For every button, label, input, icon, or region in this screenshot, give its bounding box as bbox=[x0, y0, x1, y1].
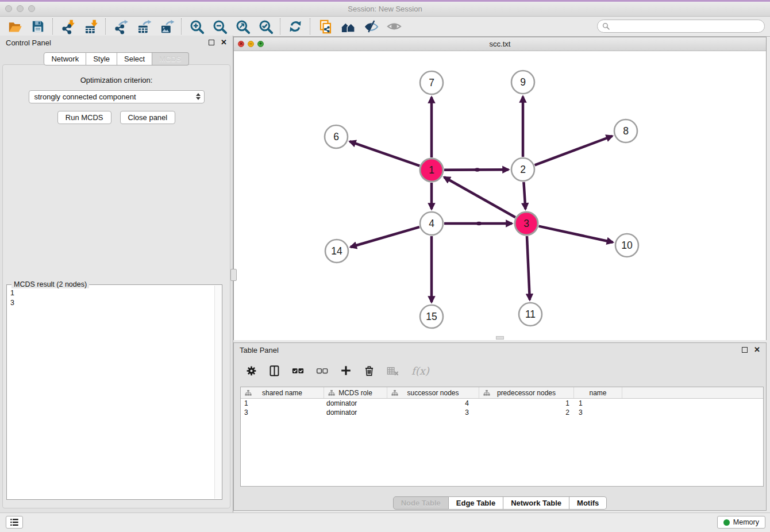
import-network-icon bbox=[60, 19, 76, 34]
graph-node-2[interactable]: 2 bbox=[511, 158, 534, 181]
column-header-name[interactable]: name bbox=[574, 387, 622, 398]
dropdown-stepper-icon bbox=[196, 93, 201, 100]
control-panel-tabs: NetworkStyleSelectMCDS bbox=[0, 52, 233, 65]
graph-node-15[interactable]: 15 bbox=[420, 305, 443, 328]
tab-mcds[interactable]: MCDS bbox=[152, 52, 188, 65]
tab-node-table[interactable]: Node Table bbox=[393, 496, 449, 510]
float-table-panel-icon[interactable] bbox=[742, 347, 748, 353]
graph-edge-2-8[interactable] bbox=[535, 136, 613, 165]
mcds-result-legend: MCDS result (2 nodes) bbox=[11, 280, 89, 288]
graph-edge-3-10[interactable] bbox=[538, 226, 613, 242]
toolbar-separator bbox=[310, 18, 311, 34]
trash-icon bbox=[363, 365, 375, 377]
deselect-all-button[interactable] bbox=[315, 364, 329, 377]
zoom-out-button[interactable] bbox=[208, 18, 231, 35]
refresh-view-button[interactable] bbox=[284, 18, 307, 35]
graph-node-4[interactable]: 4 bbox=[420, 212, 443, 235]
zoom-in-button[interactable] bbox=[185, 18, 208, 35]
tab-edge-table[interactable]: Edge Table bbox=[449, 496, 503, 510]
graph-node-3[interactable]: 3 bbox=[515, 212, 538, 235]
svg-text:1: 1 bbox=[429, 164, 434, 176]
table-settings-button[interactable] bbox=[245, 365, 257, 377]
network-graph[interactable]: 1234678910111415 bbox=[234, 51, 766, 340]
show-all-hidden-button[interactable] bbox=[383, 18, 406, 35]
graph-node-10[interactable]: 10 bbox=[615, 234, 638, 257]
panel-splitter-handle[interactable] bbox=[230, 269, 237, 281]
graph-node-11[interactable]: 11 bbox=[519, 303, 542, 326]
graph-node-14[interactable]: 14 bbox=[325, 240, 348, 263]
hide-selected-button[interactable] bbox=[360, 18, 383, 35]
function-builder-button[interactable]: f(x) bbox=[411, 365, 429, 377]
network-canvas[interactable]: 1234678910111415 bbox=[234, 51, 766, 340]
import-table-button[interactable] bbox=[79, 18, 102, 35]
browse-columns-button[interactable] bbox=[268, 365, 280, 377]
graph-node-7[interactable]: 7 bbox=[420, 71, 443, 94]
zoom-selected-button[interactable] bbox=[254, 18, 277, 35]
column-header-successor-nodes[interactable]: successor nodes bbox=[387, 387, 479, 398]
zoom-window-button[interactable] bbox=[28, 5, 35, 12]
create-network-from-selection-button[interactable] bbox=[314, 18, 337, 35]
column-header-label: successor nodes bbox=[407, 389, 459, 397]
close-window-button[interactable] bbox=[5, 5, 12, 12]
minimize-network-icon[interactable] bbox=[248, 41, 254, 47]
export-network-button[interactable] bbox=[109, 18, 132, 35]
fit-content-button[interactable] bbox=[231, 18, 254, 35]
graph-node-9[interactable]: 9 bbox=[511, 71, 534, 94]
table-row[interactable]: 3dominator323 bbox=[241, 408, 763, 417]
first-neighbors-button[interactable] bbox=[337, 18, 360, 35]
delete-columns-button[interactable] bbox=[363, 365, 375, 377]
tab-select[interactable]: Select bbox=[117, 52, 152, 65]
plus-icon bbox=[340, 364, 352, 377]
export-table-button[interactable] bbox=[132, 18, 155, 35]
tab-motifs[interactable]: Motifs bbox=[569, 496, 607, 510]
svg-text:4: 4 bbox=[429, 218, 434, 229]
fit-content-icon bbox=[235, 19, 251, 34]
import-network-button[interactable] bbox=[56, 18, 79, 35]
maximize-network-icon[interactable] bbox=[257, 41, 264, 47]
close-table-panel-icon[interactable] bbox=[754, 346, 760, 353]
column-header-label: shared name bbox=[262, 389, 302, 397]
graph-edge-4-14[interactable] bbox=[351, 227, 419, 247]
column-header-label: predecessor nodes bbox=[497, 389, 556, 397]
graph-node-1[interactable]: 1 bbox=[420, 159, 443, 182]
select-all-button[interactable] bbox=[291, 364, 305, 377]
node-table[interactable]: shared nameMCDS rolesuccessor nodesprede… bbox=[240, 387, 764, 487]
graph-edge-1-6[interactable] bbox=[350, 141, 420, 165]
column-header-predecessor-nodes[interactable]: predecessor nodes bbox=[479, 387, 574, 398]
table-panel-header: Table Panel bbox=[234, 343, 766, 357]
search-input[interactable] bbox=[613, 22, 764, 31]
criterion-dropdown[interactable]: strongly connected component bbox=[29, 90, 205, 103]
close-panel-icon[interactable] bbox=[221, 39, 227, 45]
graph-edge-3-1[interactable] bbox=[444, 177, 515, 217]
close-network-icon[interactable] bbox=[238, 41, 244, 47]
tab-style[interactable]: Style bbox=[86, 52, 117, 65]
column-header-label: name bbox=[589, 389, 606, 397]
save-session-button[interactable] bbox=[26, 18, 49, 35]
app-traffic-lights[interactable] bbox=[5, 5, 35, 12]
memory-button[interactable]: Memory bbox=[717, 516, 765, 529]
column-header-MCDS-role[interactable]: MCDS role bbox=[324, 387, 387, 398]
tab-network[interactable]: Network bbox=[44, 52, 86, 65]
float-panel-icon[interactable] bbox=[209, 40, 214, 45]
attribute-type-icon bbox=[483, 390, 490, 396]
open-session-button[interactable] bbox=[3, 18, 26, 35]
search-box[interactable] bbox=[597, 20, 765, 33]
export-image-button[interactable] bbox=[155, 18, 178, 35]
graph-node-6[interactable]: 6 bbox=[325, 125, 348, 148]
table-row[interactable]: 1dominator411 bbox=[241, 399, 763, 408]
add-column-button[interactable] bbox=[340, 364, 352, 377]
minimize-window-button[interactable] bbox=[17, 5, 24, 12]
task-history-button[interactable] bbox=[6, 516, 23, 529]
graph-node-8[interactable]: 8 bbox=[614, 119, 637, 142]
close-panel-button[interactable]: Close panel bbox=[120, 111, 176, 124]
tab-network-table[interactable]: Network Table bbox=[503, 496, 569, 510]
network-window-traffic-lights[interactable] bbox=[238, 41, 264, 47]
graph-edge-2-3[interactable] bbox=[523, 182, 525, 209]
result-scrollbar[interactable] bbox=[214, 286, 221, 499]
network-resize-handle[interactable] bbox=[496, 336, 504, 340]
graph-edge-3-11[interactable] bbox=[527, 236, 530, 300]
column-header-shared-name[interactable]: shared name bbox=[241, 387, 324, 398]
run-mcds-button[interactable]: Run MCDS bbox=[57, 111, 111, 124]
network-window-titlebar[interactable]: scc.txt bbox=[234, 37, 766, 51]
delete-table-button[interactable] bbox=[386, 364, 399, 377]
